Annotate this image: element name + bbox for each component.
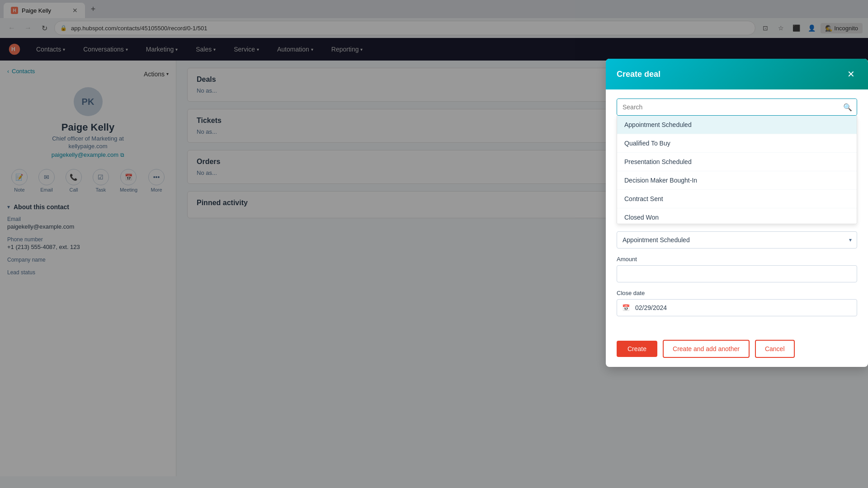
amount-input[interactable]: [617, 265, 857, 282]
modal-body: 🔍 Appointment Scheduled Qualified To Buy…: [606, 89, 868, 333]
calendar-icon: 📅: [622, 304, 630, 311]
date-input-wrapper: 📅: [617, 299, 857, 316]
dropdown-item-appointment[interactable]: Appointment Scheduled: [617, 116, 857, 134]
create-and-add-button[interactable]: Create and add another: [663, 340, 750, 358]
dropdown-item-closed[interactable]: Closed Won: [617, 208, 857, 224]
modal-overlay: Create deal ✕ 🔍 Appointment Scheduled Qu…: [0, 0, 868, 488]
dropdown-item-qualified[interactable]: Qualified To Buy: [617, 134, 857, 153]
search-icon[interactable]: 🔍: [843, 103, 852, 112]
cancel-button[interactable]: Cancel: [755, 340, 795, 358]
close-date-input[interactable]: [617, 299, 857, 316]
amount-field: Amount: [617, 256, 857, 282]
stage-select[interactable]: Appointment Scheduled: [617, 231, 857, 249]
search-input[interactable]: [617, 99, 857, 115]
dropdown-list: Appointment Scheduled Qualified To Buy P…: [617, 116, 857, 224]
modal-footer: Create Create and add another Cancel: [606, 333, 868, 367]
create-deal-modal: Create deal ✕ 🔍 Appointment Scheduled Qu…: [606, 59, 868, 367]
stage-select-wrapper: Appointment Scheduled ▾: [617, 231, 857, 249]
modal-close-button[interactable]: ✕: [844, 68, 857, 80]
close-date-field: Close date 📅: [617, 290, 857, 316]
search-input-wrapper: 🔍: [617, 99, 857, 116]
modal-header: Create deal ✕: [606, 59, 868, 89]
dropdown-item-presentation[interactable]: Presentation Scheduled: [617, 153, 857, 171]
dropdown-item-decision[interactable]: Decision Maker Bought-In: [617, 171, 857, 190]
search-dropdown-container: 🔍 Appointment Scheduled Qualified To Buy…: [617, 99, 857, 224]
dropdown-item-contract[interactable]: Contract Sent: [617, 190, 857, 208]
modal-title: Create deal: [617, 70, 660, 79]
deal-stage-field: Appointment Scheduled ▾: [617, 231, 857, 249]
create-button[interactable]: Create: [617, 341, 657, 357]
